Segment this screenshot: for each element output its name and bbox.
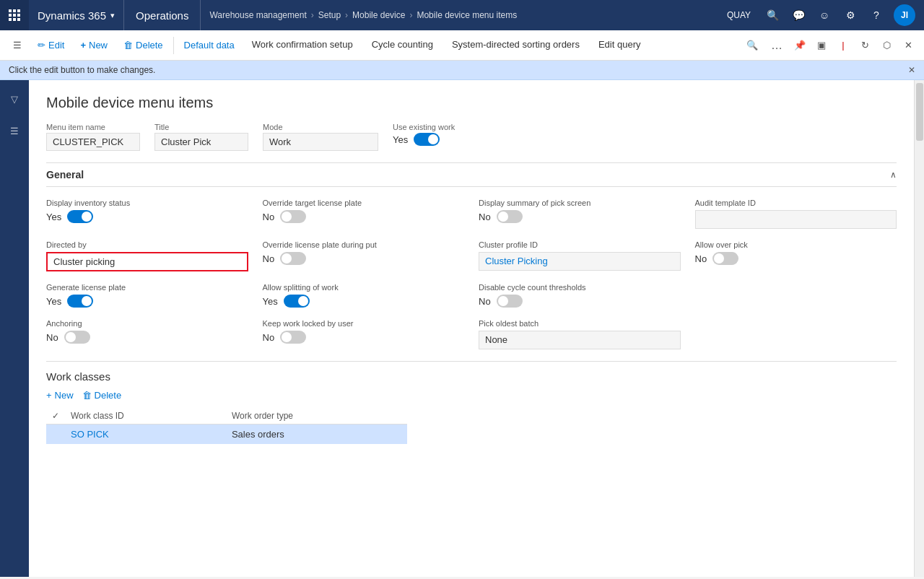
sidebar-menu-icon[interactable]: ☰: [1, 118, 27, 144]
keep-work-locked-value: No: [263, 332, 275, 343]
work-class-id-cell: SO PICK: [65, 425, 226, 445]
work-order-type-cell: Sales orders: [226, 425, 407, 445]
allow-splitting-toggle[interactable]: [284, 295, 310, 308]
sidebar-toggle-btn[interactable]: ☰: [6, 34, 29, 57]
edit-query-tab[interactable]: Edit query: [590, 35, 650, 56]
generate-lp-label: Generate license plate: [46, 283, 248, 292]
audit-template-id-label: Audit template ID: [695, 199, 897, 207]
allow-over-pick-value: No: [695, 253, 707, 264]
cluster-profile-id-label: Cluster profile ID: [479, 240, 681, 249]
use-existing-work-toggle[interactable]: [414, 133, 440, 146]
general-collapse-button[interactable]: ∧: [890, 170, 897, 180]
main-content: Mobile device menu items Menu item name …: [29, 80, 914, 577]
work-classes-delete-icon: 🗑: [82, 390, 92, 401]
audit-template-id-input[interactable]: [695, 210, 897, 229]
work-classes-new-button[interactable]: + New: [46, 390, 74, 401]
display-inventory-status-label: Display inventory status: [46, 199, 248, 207]
override-lp-put-value: No: [263, 253, 275, 264]
action-search-btn[interactable]: 🔍: [741, 34, 764, 57]
work-classes-delete-button[interactable]: 🗑 Delete: [82, 390, 122, 401]
general-fields-grid: Display inventory status Yes Override ta…: [46, 199, 897, 349]
smiley-icon-btn[interactable]: ☺: [813, 4, 836, 27]
use-existing-work-toggle-container: Yes: [393, 133, 455, 146]
title-label: Title: [154, 123, 248, 131]
disable-cycle-count-toggle[interactable]: [497, 295, 523, 308]
window-popout-icon[interactable]: ⬡: [876, 35, 897, 56]
brand-label[interactable]: Dynamics 365 ▾: [29, 0, 124, 30]
search-icon-btn[interactable]: 🔍: [761, 4, 784, 27]
table-row[interactable]: SO PICK Sales orders: [46, 425, 407, 445]
window-controls: 📌 ▣ | ↻ ⬡ ✕: [790, 35, 918, 56]
svg-rect-0: [9, 9, 12, 12]
new-icon: +: [80, 40, 86, 51]
info-bar-close-button[interactable]: ✕: [908, 65, 915, 75]
title-value[interactable]: Cluster Pick: [154, 133, 248, 151]
svg-rect-2: [17, 9, 20, 12]
breadcrumb-sep-2: ›: [345, 10, 348, 20]
window-sidebar-icon[interactable]: ▣: [811, 35, 832, 56]
anchoring-value: No: [46, 332, 58, 343]
more-button[interactable]: …: [765, 36, 788, 55]
delete-icon: 🗑: [123, 40, 133, 51]
display-summary-pick-label: Display summary of pick screen: [479, 199, 681, 207]
use-existing-work-field: Use existing work Yes: [393, 123, 455, 146]
general-section-title: General: [46, 169, 84, 180]
use-existing-work-label: Use existing work: [393, 123, 455, 131]
window-reload-icon[interactable]: ↻: [855, 35, 875, 56]
right-scrollbar[interactable]: [914, 80, 924, 577]
breadcrumb-item-1[interactable]: Warehouse management: [209, 10, 306, 20]
new-button[interactable]: + New: [73, 35, 115, 55]
dynamics-label: Dynamics 365: [38, 9, 106, 22]
cycle-counting-tab[interactable]: Cycle counting: [363, 35, 442, 56]
svg-rect-1: [13, 9, 16, 12]
override-target-lp-toggle[interactable]: [280, 210, 306, 223]
svg-rect-7: [13, 18, 16, 21]
override-target-lp-field: Override target license plate No: [263, 199, 465, 229]
chat-icon-btn[interactable]: 💬: [787, 4, 810, 27]
system-sorting-tab[interactable]: System-directed sorting orders: [443, 35, 588, 56]
anchoring-toggle[interactable]: [64, 331, 90, 344]
nav-icons: 🔍 💬 ☺ ⚙ ? JI: [755, 4, 924, 27]
display-inventory-status-toggle[interactable]: [67, 210, 93, 223]
breadcrumb-sep-1: ›: [311, 10, 314, 20]
help-icon-btn[interactable]: ?: [865, 4, 888, 27]
page-title: Mobile device menu items: [46, 95, 897, 111]
top-navigation: Dynamics 365 ▾ Operations Warehouse mana…: [0, 0, 924, 30]
empty-field-2: [695, 319, 897, 349]
work-classes-title: Work classes: [46, 361, 897, 383]
sidebar-filter-icon[interactable]: ▽: [1, 86, 27, 112]
window-pin-icon[interactable]: 📌: [790, 35, 810, 56]
breadcrumb-item-3[interactable]: Mobile device: [352, 10, 405, 20]
generate-lp-toggle[interactable]: [67, 295, 93, 308]
allow-over-pick-toggle[interactable]: [712, 252, 738, 265]
keep-work-locked-toggle[interactable]: [280, 331, 306, 344]
user-label: QUAY: [723, 10, 755, 20]
mode-value[interactable]: Work: [263, 133, 378, 151]
mode-label: Mode: [263, 123, 378, 131]
breadcrumb-item-2[interactable]: Setup: [318, 10, 341, 20]
pick-oldest-batch-input[interactable]: None: [479, 331, 681, 349]
override-lp-put-toggle[interactable]: [280, 252, 306, 265]
breadcrumb-item-4[interactable]: Mobile device menu items: [417, 10, 517, 20]
work-class-id-column-header: Work class ID: [65, 408, 226, 425]
edit-button[interactable]: ✏ Edit: [30, 35, 71, 55]
scroll-thumb[interactable]: [916, 83, 923, 141]
delete-button[interactable]: 🗑 Delete: [116, 35, 170, 55]
display-summary-pick-toggle[interactable]: [497, 210, 523, 223]
svg-rect-5: [17, 14, 20, 17]
default-data-button[interactable]: Default data: [177, 35, 242, 55]
user-avatar[interactable]: JI: [894, 4, 915, 26]
allow-splitting-label: Allow splitting of work: [263, 283, 465, 292]
check-column-header: ✓: [46, 408, 65, 425]
cluster-profile-id-input[interactable]: Cluster Picking: [479, 252, 681, 271]
svg-rect-3: [9, 14, 12, 17]
window-close-icon[interactable]: ✕: [898, 35, 918, 56]
header-form: Menu item name CLUSTER_PICK Title Cluste…: [46, 123, 897, 151]
work-confirmation-tab[interactable]: Work confirmation setup: [243, 35, 362, 56]
brand-dropdown-icon[interactable]: ▾: [110, 11, 115, 20]
waffle-menu-button[interactable]: [0, 0, 29, 30]
menu-item-name-value[interactable]: CLUSTER_PICK: [46, 133, 140, 151]
settings-icon-btn[interactable]: ⚙: [839, 4, 862, 27]
directed-by-input[interactable]: Cluster picking: [46, 252, 248, 271]
main-layout: ▽ ☰ Mobile device menu items Menu item n…: [0, 80, 924, 577]
